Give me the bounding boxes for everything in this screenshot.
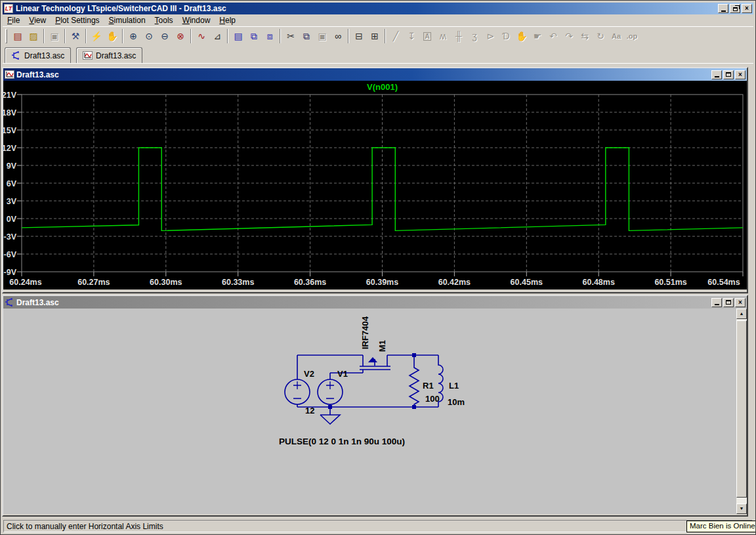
v1-ref-label: V1: [337, 369, 348, 379]
r1-value-label: 100: [425, 394, 440, 404]
find-icon[interactable]: ∞: [330, 29, 346, 44]
schematic-window-icon: [5, 298, 14, 307]
tab-bar-rule: [3, 63, 753, 64]
schematic-drawing[interactable]: IRF7404 M1 V2 V1 12 R1 100 L1 10m PULSE(…: [3, 309, 736, 514]
schematic-maximize-button[interactable]: [723, 298, 734, 307]
run-icon[interactable]: ⚡: [89, 29, 104, 44]
main-title-bar: LT Linear Technology LTspice/SwitcherCAD…: [3, 3, 753, 14]
v2-ref-label: V2: [304, 369, 314, 379]
copy-icon[interactable]: ⧉: [299, 29, 314, 44]
close-button[interactable]: ×: [742, 4, 752, 13]
wire-icon: ╱: [388, 29, 404, 44]
menu-help[interactable]: Help: [215, 15, 240, 26]
resistor-icon: ʍ: [435, 29, 451, 44]
y-axis-tick-label: -9V: [4, 268, 17, 277]
undo-zoom-icon[interactable]: ⊗: [173, 29, 188, 44]
toolbar-separator: [85, 29, 87, 43]
mosfet-ref-label: M1: [377, 340, 387, 352]
scroll-down-button[interactable]: ▼: [736, 503, 747, 514]
waveform-minimize-button[interactable]: [711, 70, 722, 79]
ground-icon: ↧: [404, 29, 419, 44]
x-axis-tick-label: 60.45ms: [511, 278, 543, 287]
zoom-full-extents-icon[interactable]: ⊙: [141, 29, 157, 44]
menu-plot-settings[interactable]: Plot Settings: [51, 15, 104, 26]
tab-waveform-draft13[interactable]: Draft13.asc: [76, 47, 142, 63]
trace-name-label: V(n001): [367, 82, 398, 92]
waveform-plot-area[interactable]: 21V18V15V12V9V6V3V0V-3V-6V-9V60.24ms60.2…: [3, 81, 747, 289]
undo-icon: ↶: [545, 29, 561, 44]
y-axis-tick-label: -3V: [4, 232, 17, 242]
y-axis-tick-label: 0V: [7, 215, 17, 224]
tab-label: Draft13.asc: [96, 51, 136, 60]
v2-value-label: 12: [305, 406, 314, 416]
menu-window[interactable]: Window: [178, 15, 215, 26]
autorange-icon[interactable]: ⊿: [209, 29, 225, 44]
y-axis-tick-label: -6V: [4, 250, 17, 259]
schematic-vertical-scrollbar[interactable]: ▲ ▼: [736, 309, 747, 514]
toolbar-group: ✂⧉▣∞: [283, 29, 346, 44]
y-axis-tick-label: 21V: [3, 91, 17, 100]
component-icon: Ɗ: [498, 29, 514, 44]
diode-icon: ⊳: [482, 29, 498, 44]
window-title: Linear Technology LTspice/SwitcherCAD II…: [16, 4, 226, 13]
capacitor-icon: ╫: [451, 29, 467, 44]
tile-vertical-icon[interactable]: ⧉: [246, 29, 262, 44]
tab-label: Draft13.asc: [24, 51, 64, 60]
toolbar-group: ∿⊿: [194, 29, 225, 44]
waveform-window-icon: [5, 70, 14, 79]
cascade-icon[interactable]: ⧈: [262, 29, 278, 44]
tile-horizontal-icon[interactable]: ▤: [230, 29, 246, 44]
y-axis-tick-label: 18V: [3, 108, 17, 118]
spice-directive-icon: .op: [624, 29, 640, 44]
tab-schematic-draft13[interactable]: Draft13.asc: [5, 47, 71, 63]
x-axis-tick-label: 60.39ms: [366, 278, 398, 287]
online-status-tooltip: Marc Bien is Online: [686, 521, 756, 532]
minimize-button[interactable]: [718, 4, 728, 13]
restore-button[interactable]: [730, 4, 740, 13]
plot-settings-icon[interactable]: ∿: [194, 29, 209, 44]
waveform-window-title: Draft13.asc: [16, 70, 59, 79]
menu-bar: FileViewPlot SettingsSimulationToolsWind…: [3, 14, 753, 26]
maximize-icon: [726, 72, 731, 77]
menu-simulation[interactable]: Simulation: [104, 15, 150, 26]
toolbar-group: ▣: [47, 29, 62, 44]
control-panel-icon[interactable]: ⚒: [68, 29, 83, 44]
waveform-close-button[interactable]: ×: [735, 70, 746, 79]
menu-file[interactable]: File: [3, 15, 24, 26]
tab-bar: Draft13.asc Draft13.asc: [3, 45, 753, 65]
schematic-close-button[interactable]: ×: [735, 298, 746, 307]
zoom-out-icon[interactable]: ⊖: [157, 29, 173, 44]
schematic-tab-icon: [11, 51, 21, 60]
y-axis-tick-label: 9V: [7, 161, 17, 171]
rotate-icon: ↻: [593, 29, 608, 44]
schematic-node-dots: [328, 353, 416, 409]
scroll-up-button[interactable]: ▲: [736, 309, 747, 319]
waveform-maximize-button[interactable]: [723, 70, 734, 79]
scrollbar-thumb[interactable]: [736, 320, 747, 498]
toolbar-separator: [348, 29, 349, 43]
waveform-window: Draft13.asc × 21V18V15V12V9V6V3V0V-3V-6V…: [2, 67, 748, 293]
open-icon[interactable]: ▨: [26, 29, 41, 44]
zoom-in-icon[interactable]: ⊕: [125, 29, 141, 44]
x-axis-tick-label: 60.30ms: [150, 278, 182, 287]
print-preview-icon[interactable]: ⊞: [367, 29, 383, 44]
x-axis-tick-label: 60.48ms: [583, 278, 615, 287]
toolbar-group: ╱↧Aʍ╫ʒ⊳Ɗ✋☛↶↷⇆↻Aa.op: [388, 29, 640, 44]
ltspice-logo-icon: LT: [4, 4, 13, 13]
menu-view[interactable]: View: [24, 15, 51, 26]
toolbar-group: ▤⧉⧈: [230, 29, 278, 44]
print-icon[interactable]: ⊟: [351, 29, 367, 44]
schematic-canvas[interactable]: IRF7404 M1 V2 V1 12 R1 100 L1 10m PULSE(…: [3, 309, 747, 514]
x-axis-tick-label: 60.42ms: [438, 278, 471, 287]
schematic-minimize-button[interactable]: [711, 298, 722, 307]
minimize-icon: [715, 304, 719, 305]
waveform-plot[interactable]: 21V18V15V12V9V6V3V0V-3V-6V-9V60.24ms60.2…: [3, 81, 747, 289]
new-schematic-icon[interactable]: ▤: [10, 29, 26, 44]
toolbar-separator: [190, 29, 192, 43]
y-axis-tick-label: 15V: [3, 126, 17, 135]
cut-icon[interactable]: ✂: [283, 29, 299, 44]
menu-tools[interactable]: Tools: [150, 15, 178, 26]
paste-icon: ▣: [314, 29, 330, 44]
redo-icon: ↷: [561, 29, 577, 44]
save-icon: ▣: [47, 29, 62, 44]
